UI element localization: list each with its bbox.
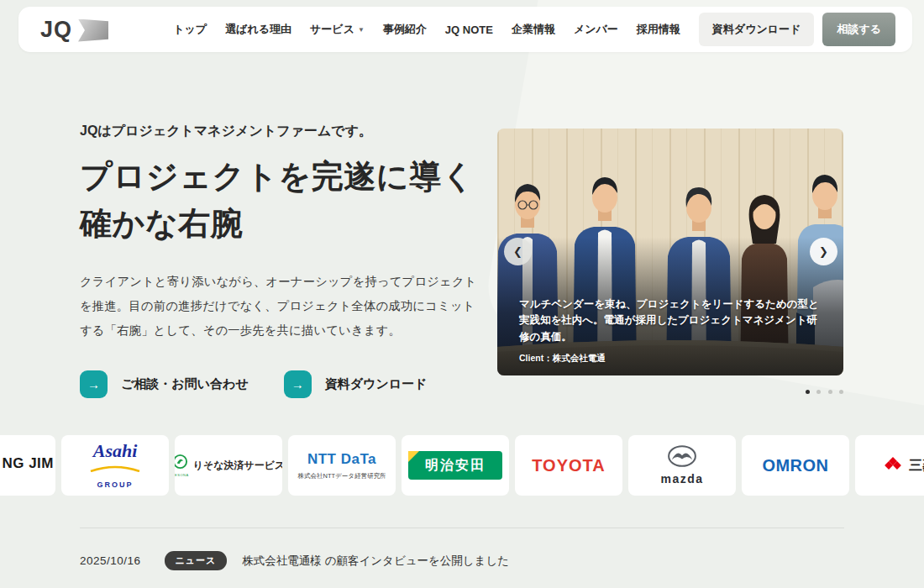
nav-item-recruit[interactable]: 採用情報 <box>637 22 680 37</box>
hero-section: JQはプロジェクトマネジメントファームです。 プロジェクトを完遂に導く 確かな右… <box>80 123 481 398</box>
king-jim-logo: NG JIM <box>2 455 54 472</box>
download-cta-label: 資料ダウンロード <box>325 376 428 392</box>
nav-item-company[interactable]: 企業情報 <box>512 22 555 37</box>
chevron-right-icon: ❯ <box>819 245 828 258</box>
news-text: 株式会社電通様 の顧客インタビューを公開しました <box>242 554 509 569</box>
toyota-logo: TOYOTA <box>532 456 605 475</box>
arrow-right-icon: → <box>80 370 108 398</box>
hero-title: プロジェクトを完遂に導く 確かな右腕 <box>80 154 481 248</box>
meiji-corner-icon <box>408 451 419 462</box>
nav-item-members[interactable]: メンバー <box>574 22 618 37</box>
logo-card-meiji-yasuda: 明治安田 <box>402 435 509 496</box>
asahi-arc-icon <box>88 465 142 472</box>
hero-cta-row: → ご相談・お問い合わせ → 資料ダウンロード <box>80 370 481 398</box>
main-nav: トップ 選ばれる理由 サービス ▼ 事例紹介 JQ NOTE 企業情報 メンバー… <box>173 22 680 37</box>
download-cta-link[interactable]: → 資料ダウンロード <box>284 370 428 398</box>
download-materials-button[interactable]: 資料ダウンロード <box>699 13 815 46</box>
carousel-dots <box>497 382 843 397</box>
chevron-down-icon: ▼ <box>358 26 365 34</box>
logo-card-ntt-data: NTT DaTa 株式会社NTTデータ経営研究所 <box>288 435 396 496</box>
carousel-next-button[interactable]: ❯ <box>810 238 837 265</box>
meiji-yasuda-logo: 明治安田 <box>408 451 502 480</box>
slide-caption-text: マルチベンダーを束ね、プロジェクトをリードするための型と実践知を社内へ。電通が採… <box>519 297 827 345</box>
jq-logo-flag-icon <box>78 19 108 42</box>
contact-cta-link[interactable]: → ご相談・お問い合わせ <box>80 370 249 398</box>
contact-cta-label: ご相談・お問い合わせ <box>121 376 249 392</box>
logo-card-asahi: Asahi GROUP <box>61 435 169 496</box>
nav-item-why[interactable]: 選ばれる理由 <box>225 22 291 37</box>
nav-item-top[interactable]: トップ <box>173 22 207 37</box>
hero-tagline: JQはプロジェクトマネジメントファームです。 <box>80 123 481 140</box>
hero-title-line1: プロジェクトを完遂に導く <box>80 159 475 194</box>
logo-card-mitsubishi: 三菱商 <box>855 435 924 496</box>
mazda-emblem-icon <box>667 445 697 467</box>
mazda-logo: mazda <box>660 445 703 486</box>
hero-title-line2: 確かな右腕 <box>80 206 243 241</box>
header-buttons: 資料ダウンロード 相談する <box>699 13 895 46</box>
asahi-logo: Asahi GROUP <box>88 442 142 489</box>
arrow-right-icon: → <box>284 370 312 398</box>
logo-card-toyota: TOYOTA <box>515 435 622 496</box>
carousel-dot-3[interactable] <box>828 390 832 394</box>
news-item[interactable]: 2025/10/16 ニュース 株式会社電通様 の顧客インタビューを公開しました <box>80 551 509 570</box>
client-logo-strip: NG JIM Asahi GROUP RESONA りそな決済サービス NTT … <box>0 435 924 496</box>
nav-item-jq-note[interactable]: JQ NOTE <box>445 24 493 36</box>
news-divider <box>80 528 844 528</box>
chevron-left-icon: ❮ <box>513 245 522 258</box>
news-date: 2025/10/16 <box>80 554 141 567</box>
resona-mark-icon: RESONA <box>175 454 189 477</box>
carousel-dot-2[interactable] <box>816 390 821 394</box>
jq-logo-text: JQ <box>40 17 72 43</box>
logo-card-omron: OMRON <box>742 435 849 496</box>
nav-item-services[interactable]: サービス ▼ <box>310 22 365 37</box>
news-badge: ニュース <box>165 551 228 570</box>
slide-caption[interactable]: マルチベンダーを束ね、プロジェクトをリードするための型と実践知を社内へ。電通が採… <box>497 297 843 375</box>
logo-card-mazda: mazda <box>628 435 736 496</box>
carousel-prev-button[interactable]: ❮ <box>504 238 532 265</box>
header-bar: JQ トップ 選ばれる理由 サービス ▼ 事例紹介 JQ NOTE 企業情報 メ… <box>18 7 912 52</box>
resona-logo: RESONA りそな決済サービス <box>175 454 282 477</box>
slide-client-label: Client：株式会社電通 <box>519 353 827 365</box>
consult-button[interactable]: 相談する <box>822 13 895 46</box>
hero-carousel: マルチベンダーを束ね、プロジェクトをリードするための型と実践知を社内へ。電通が採… <box>497 129 843 375</box>
carousel-dot-4[interactable] <box>839 390 843 394</box>
logo-card-king-jim: NG JIM <box>0 435 55 496</box>
ntt-data-logo: NTT DaTa 株式会社NTTデータ経営研究所 <box>298 451 386 480</box>
omron-logo: OMRON <box>762 456 828 475</box>
mitsubishi-logo: 三菱商 <box>884 457 924 475</box>
jq-logo[interactable]: JQ <box>40 17 108 43</box>
mitsubishi-diamonds-icon <box>884 457 902 474</box>
nav-item-cases[interactable]: 事例紹介 <box>383 22 427 37</box>
logo-card-resona: RESONA りそな決済サービス <box>175 435 282 496</box>
hero-body-text: クライアントと寄り添いながら、オーナーシップを持ってプロジェクトを推進。目の前の… <box>80 270 481 344</box>
carousel-dot-1[interactable] <box>806 390 810 394</box>
